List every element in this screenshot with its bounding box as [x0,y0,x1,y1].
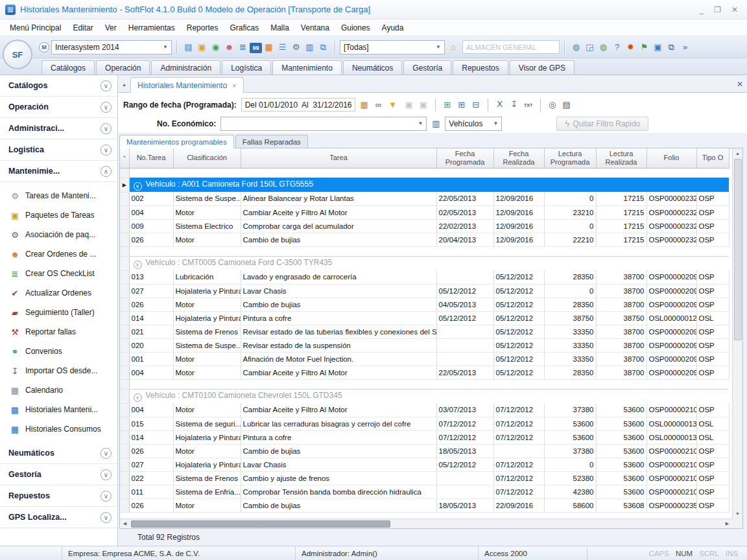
web-icon[interactable]: ◉ [209,40,222,54]
table-row[interactable]: 011Sistema de Enfria...Comprobar Tensión… [120,485,729,498]
badge-99-icon[interactable]: 99 [250,43,262,53]
monitor-icon[interactable]: ⧉ [316,40,330,54]
export-icon[interactable]: ↧ [507,97,521,111]
sidebar-item-paquetes-de-tareas[interactable]: ▣ Paquetes de Tareas [0,205,117,225]
chevron-down-circle-icon[interactable]: ∨ [101,469,112,480]
scroll-down-icon[interactable]: ▼ [733,509,742,519]
table-row[interactable]: 014Hojalateria y PinturaPintura a cofre0… [120,311,729,325]
funnel-icon[interactable]: ▼ [386,98,400,112]
sidebar-section-mantenimie[interactable]: Mantenimie... ∧ [0,161,117,182]
column-header-fecha-realizada[interactable]: FechaRealizada [493,148,544,168]
column-header-lectura-realizada[interactable]: LecturaRealizada [596,148,646,168]
minimize-button[interactable]: _ [699,5,704,14]
chevron-down-circle-icon[interactable]: ∨ [101,491,112,502]
close-button[interactable]: ✕ [731,5,738,14]
excel-icon[interactable]: X [493,97,507,111]
chevron-down-circle-icon[interactable]: ∨ [101,448,112,459]
group-row[interactable]: ▶ ∨Vehículo : A001 Camioneta Ford 150L G… [120,178,729,192]
menu-ayuda[interactable]: Ayuda [376,21,410,35]
sidebar-item-crear-os-checklist[interactable]: ≣ Crear OS CheckList [0,264,117,283]
sidebar-section-repuestos[interactable]: Repuestos ∨ [0,485,117,507]
sidebar-section-administraci[interactable]: Administraci... ∨ [0,118,117,139]
overflow-icon[interactable]: » [678,40,692,54]
table-row[interactable]: 026MotorCambio de bujias20/04/201312/09/… [120,233,729,246]
column-header-clasificacion[interactable]: Clasificación [173,148,241,168]
table-row[interactable]: 020Sistema de Suspe...Revisar estado de … [120,338,729,352]
module-tab-catalogos[interactable]: Catálogos [42,60,95,75]
collapse-group-icon[interactable]: ∨ [134,182,142,191]
column-header-tarea[interactable]: Tarea [241,148,436,168]
attachment-icon[interactable]: ▣ [416,98,431,112]
sidebar-section-operacion[interactable]: Operación ∨ [0,97,117,118]
module-tab-operacion[interactable]: Operación [96,60,150,75]
table-row[interactable]: 027Hojalateria y PinturaLavar Chasis05/1… [120,458,729,471]
binoculars-icon[interactable]: ∞ [372,98,386,112]
table-row[interactable]: 004MotorCambiar Aceite y Filtro Al Motor… [120,403,729,417]
module-tab-mantenimiento[interactable]: Mantenimiento [272,60,342,75]
scroll-right-icon[interactable]: ▶ [722,521,732,526]
vscroll-thumb[interactable] [734,159,742,340]
sidebar-section-gps-localiza[interactable]: GPS Localiza... ∨ [0,507,117,528]
group-row[interactable]: ∨Vehículo : CMT0005 Camioneta Ford C-350… [120,256,729,270]
table-row[interactable]: 026MotorCambio de bujias18/05/2013373805… [120,444,729,458]
table-row[interactable]: 013LubricaciónLavado y engrasado de carr… [120,270,729,284]
users-icon[interactable]: ☻ [222,40,236,54]
collapse-all-icon[interactable]: ⊟ [469,98,483,112]
sidebar-section-catalogos[interactable]: Catálogos ∨ [0,75,117,97]
print-icon[interactable]: ▤ [560,98,574,112]
sidebar-item-seguimiento-taller[interactable]: ▰ Seguimiento (Taller) [0,303,117,322]
table-row[interactable]: 026MotorCambio de bujias04/05/201305/12/… [120,298,729,311]
group-row[interactable]: ∨Vehículo : CMT0100 Camioneta Chevrolet … [120,389,729,403]
scroll-up-icon[interactable]: ▲ [733,148,742,158]
report-icon[interactable]: ☰ [276,40,289,54]
globe-go-icon[interactable]: ◍ [597,40,610,54]
menu-editar[interactable]: Editar [67,21,99,35]
restore-button[interactable]: ❐ [714,5,721,14]
column-header-lectura-programada[interactable]: LecturaProgramada [544,148,596,168]
document-tab-historiales[interactable]: Historiales Mantenimiento × [130,77,244,93]
table-icon[interactable]: ▥ [303,40,316,54]
close-document-icon[interactable]: ✕ [737,80,743,89]
column-header-tipo-o[interactable]: Tipo O [696,148,729,168]
column-header-fecha-programada[interactable]: FechaProgramada [436,148,493,168]
calendar-icon[interactable]: ▦ [262,40,276,54]
quitar-filtro-button[interactable]: ϟ Quitar Filtro Rapido [556,117,648,131]
sidebar-item-actualizar-ordenes[interactable]: ✔ Actualizar Ordenes [0,283,117,303]
table-row[interactable]: 022Sistema de FrenosCambio y ajuste de f… [120,471,729,485]
rango-input[interactable] [241,98,355,111]
home-icon[interactable]: ⌂ [447,40,460,54]
table-row[interactable]: 004MotorCambiar Aceite y Filtro Al Motor… [120,205,729,219]
column-header-folio[interactable]: Folio [646,148,696,168]
module-tab-neumaticos[interactable]: Neumáticos [343,60,402,75]
table-row[interactable]: 014Hojalateria y PinturaPintura a cofre0… [120,430,729,444]
sidebar-item-asociacion-de-paq[interactable]: ⚙ Asociación de paq... [0,225,117,244]
economico-combo[interactable]: ▼ [220,117,427,131]
almacen-field[interactable] [462,40,560,54]
chevron-up-circle-icon[interactable]: ∧ [101,166,112,177]
module-tab-visor-de-gps[interactable]: Visor de GPS [510,60,575,75]
calendar-filter-icon[interactable]: ▦ [357,98,372,112]
preview-icon[interactable]: ◲ [583,40,597,54]
column-header-no-tarea[interactable]: No.Tarea [129,148,173,168]
sidebar-item-tareas-de-manteni[interactable]: ⚙ Tareas de Manteni... [0,186,117,205]
menu-ver[interactable]: Ver [99,21,123,35]
collapse-group-icon[interactable]: ∨ [134,393,142,402]
sidebar-item-importar-os-desde[interactable]: ↧ Importar OS desde... [0,361,117,380]
chevron-down-circle-icon[interactable]: ∨ [101,512,112,523]
menu-guiones[interactable]: Guiones [335,21,376,35]
chevron-down-circle-icon[interactable]: ∨ [101,102,112,113]
menu-ventana[interactable]: Ventana [295,21,335,35]
sidebar-item-calendario[interactable]: ▦ Calendario [0,380,117,400]
globe-icon[interactable]: ◍ [569,40,583,54]
chevron-down-circle-icon[interactable]: ∨ [101,80,112,91]
sidebar-section-gestoria[interactable]: Gestoría ∨ [0,464,117,485]
menu-reportes[interactable]: Reportes [181,21,224,35]
table-row[interactable]: 027Hojalateria y PinturaLavar Chasis05/1… [120,284,729,298]
table-row[interactable]: 004MotorCambiar Aceite y Filtro Al Motor… [120,366,729,379]
image-icon[interactable]: ▣ [195,40,209,54]
sidebar-item-convenios[interactable]: ⚭ Convenios [0,342,117,361]
tab-close-icon[interactable]: × [232,82,236,89]
menu-graficas[interactable]: Graficas [224,21,265,35]
chevron-down-circle-icon[interactable]: ∨ [101,145,112,156]
module-tab-logistica[interactable]: Logística [222,60,271,75]
